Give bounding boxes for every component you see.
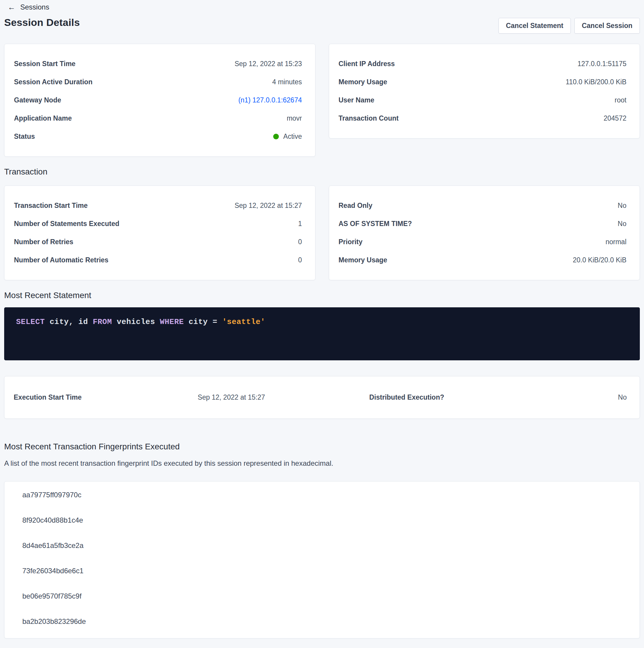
transaction-start-time-row: Transaction Start Time Sep 12, 2022 at 1… (14, 197, 302, 215)
header-actions: Cancel Statement Cancel Session (499, 18, 640, 34)
session-start-time-row: Session Start Time Sep 12, 2022 at 15:23 (14, 55, 302, 73)
session-memory-usage-row: Memory Usage 110.0 KiB/200.0 KiB (339, 73, 627, 91)
status-label: Status (14, 132, 35, 141)
application-name-row: Application Name movr (14, 109, 302, 127)
title-row: Session Details Cancel Statement Cancel … (4, 17, 640, 34)
as-of-system-time-value: No (618, 220, 627, 228)
client-ip-value: 127.0.0.1:51175 (577, 60, 627, 68)
fingerprint-list-item: 73fe26034bd6e6c1 (22, 558, 628, 583)
session-summary-card-right: Client IP Address 127.0.0.1:51175 Memory… (329, 44, 640, 139)
transaction-card-right: Read Only No AS OF SYSTEM TIME? No Prior… (329, 185, 640, 280)
transaction-count-row: Transaction Count 204572 (339, 109, 627, 127)
gateway-node-row: Gateway Node (n1) 127.0.0.1:62674 (14, 91, 302, 109)
sql-statement-box: SELECT city, id FROM vehicles WHERE city… (4, 307, 640, 360)
execution-start-time-value: Sep 12, 2022 at 15:27 (197, 393, 265, 401)
gateway-node-link[interactable]: (n1) 127.0.0.1:62674 (238, 96, 302, 104)
transaction-count-label: Transaction Count (339, 114, 399, 122)
automatic-retries-label: Number of Automatic Retries (14, 256, 108, 264)
session-start-time-value: Sep 12, 2022 at 15:23 (235, 60, 302, 68)
read-only-row: Read Only No (339, 197, 627, 215)
retries-row: Number of Retries 0 (14, 233, 302, 251)
statements-executed-label: Number of Statements Executed (14, 220, 119, 228)
status-active-dot-icon (273, 134, 279, 140)
session-summary-card-left: Session Start Time Sep 12, 2022 at 15:23… (4, 44, 315, 157)
transaction-start-time-value: Sep 12, 2022 at 15:27 (235, 202, 302, 210)
execution-start-time-label: Execution Start Time (14, 393, 161, 401)
most-recent-statement-heading: Most Recent Statement (4, 291, 640, 300)
sql-keyword: SELECT (16, 317, 45, 326)
distributed-execution-value: No (618, 393, 627, 401)
automatic-retries-row: Number of Automatic Retries 0 (14, 251, 302, 269)
session-details-page: ← Sessions Session Details Cancel Statem… (0, 0, 644, 639)
sql-keyword: WHERE (160, 317, 184, 326)
session-active-duration-row: Session Active Duration 4 minutes (14, 73, 302, 91)
fingerprints-description: A list of the most recent transaction fi… (4, 459, 640, 468)
back-link-label: Sessions (20, 3, 49, 11)
gateway-node-label: Gateway Node (14, 96, 61, 104)
page-title: Session Details (4, 17, 80, 28)
priority-row: Priority normal (339, 233, 627, 251)
as-of-system-time-label: AS OF SYSTEM TIME? (339, 220, 412, 228)
fingerprint-list-item: 8d4ae61a5fb3ce2a (22, 533, 628, 558)
session-start-time-label: Session Start Time (14, 60, 75, 68)
retries-label: Number of Retries (14, 238, 73, 246)
session-active-duration-label: Session Active Duration (14, 78, 93, 86)
status-text: Active (283, 132, 302, 141)
statements-executed-value: 1 (298, 220, 302, 228)
fingerprint-list-item: ba2b203b823296de (22, 609, 628, 634)
user-name-row: User Name root (339, 91, 627, 109)
distributed-execution-label: Distributed Execution? (369, 393, 449, 401)
sql-string-literal: 'seattle' (222, 317, 265, 326)
sql-plain: city, id (45, 317, 93, 326)
automatic-retries-value: 0 (298, 256, 302, 264)
txn-memory-usage-label: Memory Usage (339, 256, 388, 264)
execution-summary-card: Execution Start Time Sep 12, 2022 at 15:… (4, 376, 640, 419)
sql-plain: vehicles (112, 317, 160, 326)
session-active-duration-value: 4 minutes (272, 78, 302, 86)
fingerprints-card: aa79775ff097970c 8f920c40d88b1c4e 8d4ae6… (4, 481, 640, 639)
fingerprint-list-item: be06e9570f785c9f (22, 583, 628, 609)
priority-label: Priority (339, 238, 363, 246)
back-arrow-icon: ← (8, 3, 15, 11)
sql-plain: city = (184, 317, 222, 326)
statements-executed-row: Number of Statements Executed 1 (14, 215, 302, 233)
retries-value: 0 (298, 238, 302, 246)
application-name-value: movr (287, 114, 302, 122)
cancel-statement-button[interactable]: Cancel Statement (499, 18, 571, 34)
transaction-count-value: 204572 (603, 114, 627, 122)
transaction-card-left: Transaction Start Time Sep 12, 2022 at 1… (4, 185, 315, 280)
application-name-label: Application Name (14, 114, 72, 122)
sql-statement-text: SELECT city, id FROM vehicles WHERE city… (16, 317, 265, 326)
user-name-value: root (614, 96, 627, 104)
priority-value: normal (605, 238, 627, 246)
as-of-system-time-row: AS OF SYSTEM TIME? No (339, 215, 627, 233)
back-to-sessions-link[interactable]: ← Sessions (8, 3, 49, 11)
client-ip-label: Client IP Address (339, 60, 395, 68)
session-memory-usage-label: Memory Usage (339, 78, 388, 86)
status-row: Status Active (14, 127, 302, 146)
cancel-session-button[interactable]: Cancel Session (574, 18, 640, 34)
read-only-label: Read Only (339, 202, 372, 210)
read-only-value: No (618, 202, 627, 210)
sql-keyword: FROM (93, 317, 112, 326)
fingerprint-list-item: 8f920c40d88b1c4e (22, 507, 628, 533)
session-memory-usage-value: 110.0 KiB/200.0 KiB (566, 78, 627, 86)
client-ip-row: Client IP Address 127.0.0.1:51175 (339, 55, 627, 73)
transaction-start-time-label: Transaction Start Time (14, 202, 88, 210)
transaction-summary-row: Transaction Start Time Sep 12, 2022 at 1… (4, 185, 640, 280)
status-value: Active (273, 132, 302, 141)
txn-memory-usage-value: 20.0 KiB/20.0 KiB (573, 256, 627, 264)
fingerprint-list-item: aa79775ff097970c (22, 482, 628, 507)
txn-memory-usage-row: Memory Usage 20.0 KiB/20.0 KiB (339, 251, 627, 269)
session-summary-row: Session Start Time Sep 12, 2022 at 15:23… (4, 44, 640, 157)
transaction-section-heading: Transaction (4, 167, 640, 177)
user-name-label: User Name (339, 96, 374, 104)
fingerprints-section-heading: Most Recent Transaction Fingerprints Exe… (4, 442, 640, 451)
